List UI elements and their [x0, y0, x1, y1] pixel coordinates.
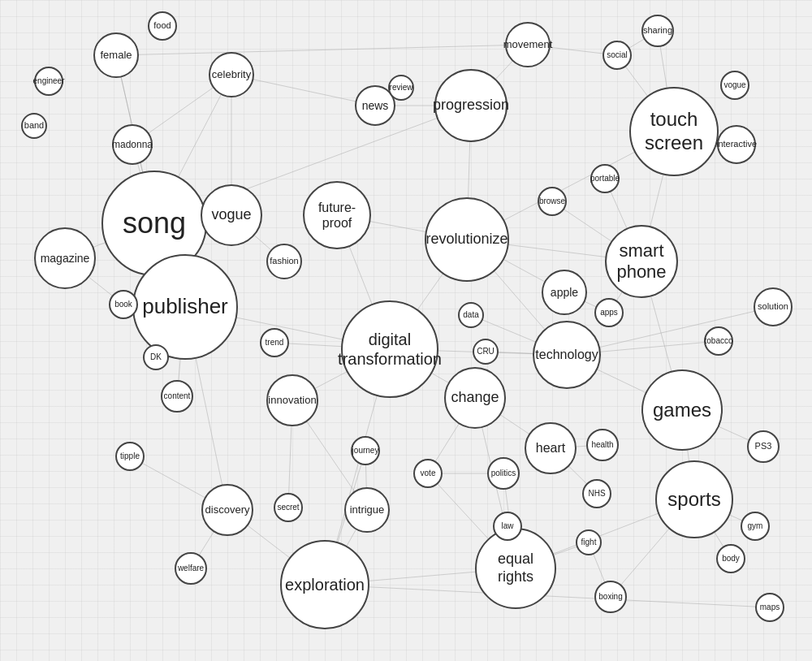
- node-journey: journey: [351, 436, 380, 465]
- node-sports: sports: [655, 460, 733, 538]
- node-change: change: [444, 367, 506, 429]
- node-exploration: exploration: [280, 540, 369, 629]
- node-band: band: [21, 113, 47, 139]
- node-gym: gym: [741, 512, 770, 541]
- svg-line-61: [116, 45, 528, 55]
- node-touch-screen: touchscreen: [629, 87, 719, 176]
- node-vogue2: vogue: [720, 71, 749, 100]
- node-social: social: [603, 41, 632, 70]
- node-female: female: [93, 32, 139, 78]
- node-content: content: [161, 380, 193, 413]
- node-portable: portable: [590, 164, 620, 193]
- node-maps: maps: [755, 593, 784, 622]
- node-review: review: [388, 75, 414, 101]
- node-innovation: innovation: [266, 374, 318, 426]
- node-intrigue: intrigue: [344, 487, 390, 533]
- node-trend: trend: [260, 328, 289, 357]
- node-madonna: madonna: [112, 124, 153, 165]
- node-vogue: vogue: [201, 184, 262, 246]
- node-movement: movement: [505, 22, 551, 67]
- node-CRU: CRU: [473, 339, 499, 365]
- node-DK: DK: [143, 344, 169, 370]
- node-health: health: [586, 429, 619, 461]
- node-equal-rights: equalrights: [475, 528, 556, 609]
- node-boxing: boxing: [594, 581, 627, 613]
- node-fight: fight: [576, 529, 602, 555]
- node-games: games: [641, 369, 723, 451]
- node-heart: heart: [525, 422, 577, 474]
- node-celebrity: celebrity: [209, 52, 254, 97]
- node-apps: apps: [594, 298, 624, 327]
- node-sharing: sharing: [641, 15, 674, 47]
- node-publisher: publisher: [132, 254, 238, 360]
- node-book: book: [109, 290, 138, 319]
- node-technology: technology: [533, 321, 601, 389]
- node-engineer: engineer: [34, 67, 63, 96]
- node-revolutionize: revolutionize: [425, 197, 509, 282]
- node-fashion: fashion: [266, 244, 302, 279]
- node-tobacco: tobacco: [704, 326, 733, 356]
- node-vote: vote: [413, 459, 443, 488]
- node-welfare: welfare: [175, 552, 207, 585]
- node-food: food: [148, 11, 177, 41]
- node-browse: browse: [538, 187, 567, 216]
- node-interactive: interactive: [717, 125, 756, 164]
- node-politics: politics: [487, 457, 520, 490]
- node-future-proof: future-proof: [303, 181, 371, 249]
- node-NHS: NHS: [582, 479, 611, 508]
- node-tipple: tipple: [115, 442, 145, 471]
- node-apple: apple: [542, 270, 587, 315]
- node-discovery: discovery: [201, 484, 253, 536]
- node-solution: solution: [754, 287, 793, 326]
- node-PS3: PS3: [747, 430, 780, 463]
- node-digital-transformation: digitaltransformation: [341, 300, 438, 398]
- node-data: data: [458, 302, 484, 328]
- node-smart-phone: smartphone: [605, 225, 678, 298]
- node-body: body: [716, 544, 745, 573]
- node-magazine: magazine: [34, 227, 96, 289]
- node-progression: progression: [434, 69, 508, 142]
- node-secret: secret: [274, 493, 303, 522]
- node-law: law: [493, 512, 522, 541]
